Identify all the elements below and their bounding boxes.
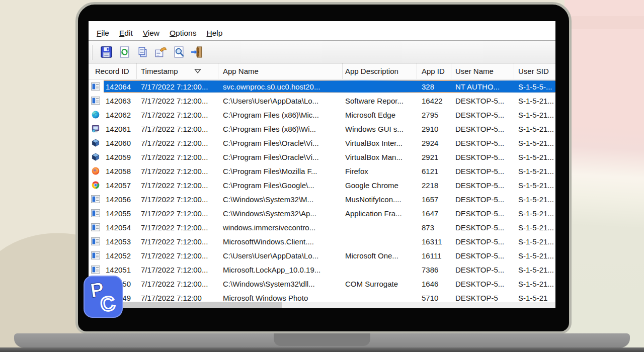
save-icon[interactable] <box>100 45 113 59</box>
column-header-user-name[interactable]: User Name <box>451 63 514 79</box>
cell-user-name: DESKTOP-5... <box>451 209 514 218</box>
cell-app-description: COM Surrogate <box>343 280 417 288</box>
menu-view[interactable]: View <box>138 29 165 38</box>
menu-file[interactable]: File <box>92 29 114 38</box>
column-header-app-description[interactable]: App Description <box>343 63 417 79</box>
menu-bar: FileEditViewOptionsHelp <box>89 21 555 41</box>
background-pink-band <box>565 16 644 29</box>
table-row[interactable]: 1420517/17/2022 7:12:00...Microsoft.Lock… <box>89 262 555 277</box>
cell-record-id: 142052 <box>104 251 137 260</box>
cell-app-name: C:\Program Files\Mozilla F... <box>218 167 343 175</box>
table-row[interactable]: 1420527/17/2022 7:12:00...C:\Users\User\… <box>89 248 555 262</box>
cell-app-description: Firefox <box>343 167 417 175</box>
cell-timestamp: 7/17/2022 7:12:00... <box>137 167 218 175</box>
cell-user-sid: S-1-5-21... <box>514 181 555 190</box>
table-row[interactable]: 1420567/17/2022 7:12:00...C:\Windows\Sys… <box>89 192 555 206</box>
menu-edit[interactable]: Edit <box>114 29 138 38</box>
virtualbox-icon <box>89 139 104 147</box>
cell-app-id: 7386 <box>417 266 451 274</box>
column-header-label: App Name <box>223 67 259 75</box>
table-row[interactable]: 1420557/17/2022 7:12:00...C:\Windows\Sys… <box>89 206 555 220</box>
generic-app-icon <box>89 209 104 217</box>
cell-app-name: Microsoft Windows Photo <box>218 294 343 302</box>
exit-icon[interactable] <box>190 45 204 59</box>
cell-record-id: 142062 <box>104 111 137 119</box>
cell-app-description: Windows GUI s... <box>343 125 417 133</box>
cell-app-id: 873 <box>417 223 451 232</box>
cell-app-name: C:\Program Files (x86)\Wi... <box>218 125 343 133</box>
column-header-app-id[interactable]: App ID <box>417 63 451 79</box>
table-row[interactable]: 1420577/17/2022 7:12:00...C:\Program Fil… <box>89 178 555 192</box>
column-header-record-id[interactable]: Record ID <box>89 63 137 79</box>
column-header-label: Record ID <box>95 67 129 75</box>
row-fields: 1420617/17/2022 7:12:00...C:\Program Fil… <box>104 123 555 135</box>
copy-icon[interactable] <box>136 45 149 59</box>
column-header-label: User Name <box>455 67 494 75</box>
cell-record-id: 142056 <box>104 195 137 204</box>
cell-user-sid: S-1-5-21... <box>514 125 555 133</box>
row-fields: 1420517/17/2022 7:12:00...Microsoft.Lock… <box>104 263 555 276</box>
row-fields: 1420647/17/2022 7:12:00...svc.ownproc.s0… <box>104 80 555 93</box>
table-row[interactable]: 1420587/17/2022 7:12:00...C:\Program Fil… <box>89 164 555 178</box>
app-window: FileEditViewOptionsHelp Record IDTimesta… <box>89 21 555 308</box>
cell-user-name: DESKTOP-5... <box>451 251 514 260</box>
cell-timestamp: 7/17/2022 7:12:00... <box>137 82 218 91</box>
cell-app-name: C:\Windows\System32\Ap... <box>218 209 343 218</box>
refresh-icon[interactable] <box>118 45 131 59</box>
toolbar-gripper <box>92 45 93 60</box>
table-row[interactable]: 1420507/17/2022 7:12:00...C:\Windows\Sys… <box>89 277 555 291</box>
scene: FileEditViewOptionsHelp Record IDTimesta… <box>0 0 644 352</box>
row-fields: 1420507/17/2022 7:12:00...C:\Windows\Sys… <box>104 278 555 290</box>
table-row[interactable]: 1420627/17/2022 7:12:00...C:\Program Fil… <box>89 108 555 122</box>
cell-user-sid: S-1-5-21... <box>514 195 555 204</box>
cell-user-sid: S-1-5-21... <box>514 111 555 119</box>
laptop-base <box>14 333 630 347</box>
row-fields: 1420607/17/2022 7:12:00...C:\Program Fil… <box>104 137 555 149</box>
cell-user-name: DESKTOP-5... <box>451 195 514 204</box>
cell-user-sid: S-1-5-5-... <box>514 82 555 91</box>
cell-timestamp: 7/17/2022 7:12:00... <box>137 195 218 204</box>
laptop-base-edge <box>0 347 644 352</box>
cell-app-name: C:\Program Files\Oracle\Vi... <box>218 153 343 161</box>
row-fields: 1420597/17/2022 7:12:00...C:\Program Fil… <box>104 151 555 163</box>
table-row[interactable]: 1420607/17/2022 7:12:00...C:\Program Fil… <box>89 136 555 150</box>
firefox-icon <box>89 167 104 175</box>
row-fields: 1420537/17/2022 7:12:00...MicrosoftWindo… <box>104 235 555 247</box>
cell-timestamp: 7/17/2022 7:12:00... <box>137 237 218 246</box>
cell-user-name: DESKTOP-5... <box>451 111 514 119</box>
cell-record-id: 142057 <box>104 181 137 190</box>
cell-app-description: Microsoft One... <box>343 251 417 260</box>
generic-app-icon <box>89 266 104 274</box>
generic-app-icon <box>89 195 104 203</box>
virtualbox-icon <box>89 153 104 161</box>
table-row[interactable]: 1420547/17/2022 7:12:00...windows.immers… <box>89 220 555 234</box>
cell-timestamp: 7/17/2022 7:12:00... <box>137 97 218 105</box>
cell-record-id: 142060 <box>104 139 137 147</box>
cell-user-name: DESKTOP-5... <box>451 237 514 246</box>
cell-app-id: 2921 <box>417 153 451 161</box>
properties-icon[interactable] <box>154 45 168 59</box>
table-row[interactable]: 1420617/17/2022 7:12:00...C:\Program Fil… <box>89 122 555 136</box>
horizontal-scrollbar[interactable] <box>89 302 555 308</box>
cell-app-name: C:\Program Files\Oracle\Vi... <box>218 139 343 147</box>
cell-app-id: 2910 <box>417 125 451 133</box>
table-row[interactable]: 1420637/17/2022 7:12:00...C:\Users\User\… <box>89 94 555 108</box>
column-header-user-sid[interactable]: User SID <box>514 63 555 79</box>
table-header: Record IDTimestampApp NameApp Descriptio… <box>89 63 555 79</box>
cell-user-name: DESKTOP-5 <box>451 294 514 302</box>
column-header-app-name[interactable]: App Name <box>218 63 343 79</box>
table-body: 1420647/17/2022 7:12:00...svc.ownproc.s0… <box>89 79 555 308</box>
menu-help[interactable]: Help <box>201 29 227 38</box>
column-header-timestamp[interactable]: Timestamp <box>137 63 218 79</box>
monitor-search-icon <box>89 125 104 133</box>
menu-options[interactable]: Options <box>165 29 201 38</box>
cell-user-name: DESKTOP-5... <box>451 280 514 288</box>
cell-timestamp: 7/17/2022 7:12:00 <box>137 294 218 302</box>
find-icon[interactable] <box>172 45 186 59</box>
cell-timestamp: 7/17/2022 7:12:00... <box>137 153 218 161</box>
table-row[interactable]: 1420597/17/2022 7:12:00...C:\Program Fil… <box>89 150 555 164</box>
cell-timestamp: 7/17/2022 7:12:00... <box>137 223 218 232</box>
cell-app-id: 2924 <box>417 139 451 147</box>
table-row[interactable]: 1420537/17/2022 7:12:00...MicrosoftWindo… <box>89 234 555 248</box>
table-row[interactable]: 1420647/17/2022 7:12:00...svc.ownproc.s0… <box>89 79 555 94</box>
